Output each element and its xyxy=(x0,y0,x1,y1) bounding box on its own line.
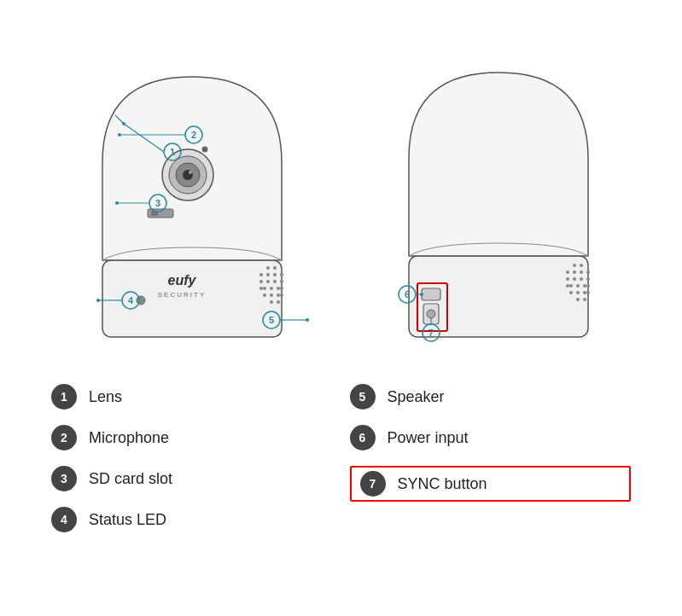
svg-point-6 xyxy=(277,293,280,297)
svg-point-11 xyxy=(280,280,283,283)
svg-point-8 xyxy=(263,287,266,290)
front-camera-diagram: eufy SECURITY 1 xyxy=(55,26,329,350)
svg-point-58 xyxy=(573,277,576,281)
svg-point-68 xyxy=(583,298,586,301)
svg-point-4 xyxy=(266,280,270,283)
svg-point-67 xyxy=(576,298,580,301)
label-text-2: Microphone xyxy=(89,429,169,447)
svg-point-72 xyxy=(580,264,583,267)
svg-point-13 xyxy=(270,300,273,304)
svg-point-41 xyxy=(118,133,121,137)
svg-point-49 xyxy=(96,299,100,302)
label-text-6: Power input xyxy=(388,429,469,447)
svg-point-64 xyxy=(573,270,576,274)
svg-point-3 xyxy=(273,280,277,283)
svg-text:1: 1 xyxy=(170,147,175,157)
svg-text:eufy: eufy xyxy=(167,273,196,288)
svg-point-55 xyxy=(576,284,580,288)
svg-point-20 xyxy=(280,273,283,276)
svg-point-2 xyxy=(277,287,280,290)
svg-point-17 xyxy=(263,293,266,297)
label-number-3: 3 xyxy=(51,466,77,491)
svg-point-9 xyxy=(273,273,277,276)
svg-point-65 xyxy=(586,277,590,281)
svg-point-12 xyxy=(259,280,263,283)
svg-point-29 xyxy=(201,147,207,153)
label-item-1: 1 Lens xyxy=(51,384,333,410)
svg-text:4: 4 xyxy=(128,295,134,305)
label-number-7: 7 xyxy=(360,471,386,497)
svg-point-70 xyxy=(566,284,569,288)
front-diagram-svg: eufy SECURITY 1 xyxy=(55,26,329,350)
svg-point-61 xyxy=(586,284,590,288)
label-text-1: Lens xyxy=(89,388,122,406)
svg-point-73 xyxy=(573,264,576,267)
label-item-7: 7 SYNC button xyxy=(350,466,632,502)
svg-point-15 xyxy=(280,293,283,297)
svg-point-63 xyxy=(580,270,583,274)
svg-point-71 xyxy=(569,291,573,294)
svg-text:2: 2 xyxy=(191,130,196,140)
label-item-4: 4 Status LED xyxy=(51,507,333,532)
svg-point-16 xyxy=(259,287,263,290)
label-number-2: 2 xyxy=(51,425,77,450)
svg-point-75 xyxy=(566,270,569,274)
label-item-3: 3 SD card slot xyxy=(51,466,333,491)
svg-text:5: 5 xyxy=(269,315,274,325)
svg-text:6: 6 xyxy=(405,289,410,299)
svg-point-53 xyxy=(306,318,309,322)
svg-point-59 xyxy=(576,291,580,294)
label-text-7: SYNC button xyxy=(398,475,487,493)
svg-point-78 xyxy=(427,310,435,318)
svg-point-21 xyxy=(259,273,263,276)
svg-point-57 xyxy=(580,277,583,281)
label-item-5: 5 Speaker xyxy=(350,384,632,410)
svg-point-18 xyxy=(273,266,277,270)
main-container: eufy SECURITY 1 xyxy=(0,0,682,575)
label-number-4: 4 xyxy=(51,507,77,532)
svg-point-7 xyxy=(280,287,283,290)
svg-text:3: 3 xyxy=(155,198,160,208)
svg-text:7: 7 xyxy=(428,328,434,338)
svg-point-14 xyxy=(277,300,280,304)
svg-point-1 xyxy=(270,287,273,290)
svg-point-60 xyxy=(583,291,586,294)
label-item-2: 2 Microphone xyxy=(51,425,333,450)
svg-point-19 xyxy=(266,266,270,270)
svg-point-28 xyxy=(189,171,192,174)
svg-point-10 xyxy=(266,273,270,276)
svg-point-83 xyxy=(420,293,423,296)
svg-point-74 xyxy=(586,270,590,274)
label-item-6: 6 Power input xyxy=(350,425,632,450)
labels-col-left: 1 Lens 2 Microphone 3 SD card slot 4 Sta… xyxy=(51,384,333,532)
svg-text:SECURITY: SECURITY xyxy=(158,291,206,299)
svg-point-69 xyxy=(586,291,590,294)
label-text-3: SD card slot xyxy=(89,470,172,488)
labels-col-right: 5 Speaker 6 Power input 7 SYNC button xyxy=(350,384,632,532)
diagrams-row: eufy SECURITY 1 xyxy=(34,26,648,350)
svg-rect-76 xyxy=(422,288,440,300)
svg-point-5 xyxy=(270,293,273,297)
label-text-5: Speaker xyxy=(388,388,445,406)
label-text-4: Status LED xyxy=(89,511,166,529)
back-camera-diagram: 6 7 xyxy=(370,26,627,350)
label-number-6: 6 xyxy=(350,425,376,450)
svg-point-62 xyxy=(569,284,573,288)
svg-point-32 xyxy=(137,296,145,305)
labels-section: 1 Lens 2 Microphone 3 SD card slot 4 Sta… xyxy=(34,375,648,541)
svg-point-66 xyxy=(566,277,569,281)
back-diagram-svg: 6 7 xyxy=(370,26,627,350)
svg-point-56 xyxy=(583,284,586,288)
label-number-5: 5 xyxy=(350,384,376,410)
svg-point-45 xyxy=(115,201,119,205)
label-number-1: 1 xyxy=(51,384,77,410)
